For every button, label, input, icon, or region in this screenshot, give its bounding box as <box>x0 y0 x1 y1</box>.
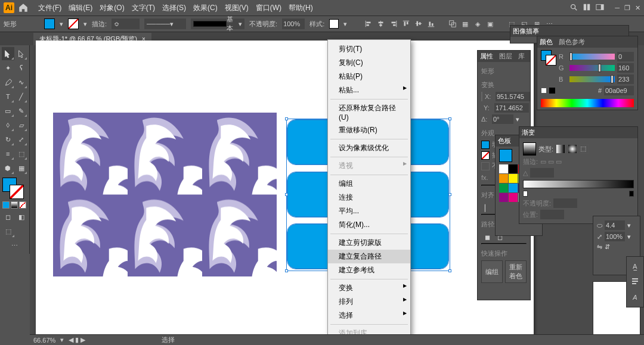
arrange-icon[interactable] <box>583 3 591 13</box>
magic-wand-tool[interactable]: ✦ <box>2 61 14 74</box>
unite[interactable] <box>447 18 459 30</box>
paintbrush-tool[interactable]: ✎ <box>16 104 28 117</box>
fill-swatch[interactable] <box>44 18 55 29</box>
ctx-paste[interactable]: 粘贴(P) <box>328 70 410 83</box>
align-left[interactable] <box>363 18 374 30</box>
color-spectrum[interactable] <box>541 99 634 107</box>
ctx-group[interactable]: 编组 <box>328 177 410 191</box>
ctx-transform[interactable]: 变换 <box>328 281 410 295</box>
menu-effect[interactable]: 效果(C) <box>190 1 221 15</box>
opacity-box[interactable] <box>481 162 490 170</box>
ctx-make-clip-mask[interactable]: 建立剪切蒙版 <box>328 236 410 250</box>
align-hcenter[interactable] <box>375 18 387 30</box>
corner-radius-input[interactable] <box>605 220 625 230</box>
lib-tab[interactable]: 库 <box>518 52 525 61</box>
flip-v-icon[interactable]: ⇵ <box>605 243 610 251</box>
stroke-weight-input[interactable]: ≎ <box>112 18 140 29</box>
align-vcenter[interactable] <box>413 18 425 30</box>
window-close[interactable]: ✕ <box>635 4 640 12</box>
ctx-simplify[interactable]: 简化(M)... <box>328 218 410 232</box>
ctx-make-compound-path[interactable]: 建立复合路径 <box>328 250 410 263</box>
r-slider[interactable] <box>569 54 615 60</box>
swatch-item[interactable] <box>509 193 518 202</box>
gradient-preview[interactable] <box>523 142 536 156</box>
pen-tool[interactable] <box>2 76 14 89</box>
ctx-select[interactable]: 选择 <box>328 309 410 322</box>
gradient-ramp[interactable] <box>523 180 634 188</box>
reference-point[interactable] <box>481 92 482 101</box>
stroke-profile[interactable]: ───── ▾ <box>144 18 186 29</box>
ctx-undo[interactable]: 还原释放复合路径(U) <box>328 101 410 123</box>
radial-gradient[interactable] <box>568 144 577 154</box>
shaper-tool[interactable]: ◊ <box>2 119 14 132</box>
free-transform-tool[interactable]: ⬚ <box>16 147 28 160</box>
swatch-item[interactable] <box>499 174 508 183</box>
swatch-item[interactable] <box>509 184 518 192</box>
r-input[interactable] <box>617 52 634 61</box>
x-input[interactable] <box>496 92 530 101</box>
b-slider[interactable] <box>569 76 615 82</box>
draw-normal[interactable]: ◻ <box>2 210 14 223</box>
search-icon[interactable] <box>569 3 578 13</box>
line-tool[interactable]: ╱ <box>16 90 28 103</box>
fill-stroke-indicator[interactable] <box>1 178 29 199</box>
window-minimize[interactable]: ─ <box>615 4 620 11</box>
scale-input[interactable] <box>605 232 625 241</box>
ctx-copy[interactable]: 复制(C) <box>328 56 410 70</box>
menu-window[interactable]: 窗口(W) <box>252 1 285 15</box>
menu-object[interactable]: 对象(O) <box>96 1 128 15</box>
lasso-tool[interactable]: ʕ <box>16 61 28 74</box>
glyphs-panel-icon[interactable]: A <box>628 290 642 304</box>
screen-mode[interactable]: ⬚ <box>2 225 15 238</box>
ctx-make-guides[interactable]: 建立参考线 <box>328 263 410 277</box>
menu-edit[interactable]: 编辑(E) <box>65 1 96 15</box>
home-icon[interactable] <box>18 2 29 13</box>
graphic-style[interactable] <box>329 19 339 29</box>
swatch-item[interactable] <box>499 184 508 192</box>
color-mode[interactable] <box>2 201 10 209</box>
paragraph-panel-icon[interactable] <box>628 275 642 289</box>
pf-unite[interactable]: ◼ <box>481 231 493 243</box>
align-top[interactable] <box>400 18 412 30</box>
g-slider[interactable] <box>569 65 615 71</box>
workspace-icon[interactable] <box>596 3 604 13</box>
ctx-redo[interactable]: 重做移动(R) <box>328 123 410 137</box>
shape-builder-tool[interactable]: ⬢ <box>2 161 14 175</box>
pattern-artwork[interactable] <box>53 113 277 276</box>
swatch-item[interactable] <box>509 174 518 183</box>
align-l2[interactable]: ▏ <box>481 202 493 214</box>
align-right[interactable] <box>388 18 400 30</box>
type-tool[interactable]: T <box>2 90 14 103</box>
minus-front[interactable]: ▦ <box>459 18 471 30</box>
ctx-arrange[interactable]: 排列 <box>328 295 410 309</box>
eraser-tool[interactable]: ▱ <box>16 119 28 132</box>
swatch-item[interactable] <box>509 164 518 173</box>
chevron-down-icon[interactable]: ▾ <box>83 20 87 28</box>
edit-toolbar[interactable]: ⋯ <box>2 239 27 252</box>
swatches-tab[interactable]: 色板 <box>498 136 511 145</box>
draw-behind[interactable]: ◧ <box>16 210 28 223</box>
flip-h-icon[interactable]: ⇋ <box>597 243 602 251</box>
gradient-stop-2[interactable] <box>629 191 634 197</box>
gradient-stop-1[interactable] <box>523 191 528 197</box>
swatch-item[interactable] <box>499 164 508 173</box>
ctx-paste-sub[interactable]: 粘贴... <box>328 83 410 97</box>
color-tab[interactable]: 颜色 <box>540 38 553 46</box>
props-tab[interactable]: 属性 <box>480 52 493 61</box>
gradient-tab[interactable]: 渐变 <box>522 128 535 137</box>
angle-input[interactable] <box>492 114 513 124</box>
image-trace-tab[interactable]: 图像描摹 <box>513 27 539 36</box>
rotate-tool[interactable]: ↻ <box>2 133 14 146</box>
recolor-button[interactable]: 重新着色 <box>505 260 527 283</box>
none-mode[interactable] <box>19 201 26 209</box>
ctx-pixel-perfect[interactable]: 设为像素级优化 <box>328 141 410 155</box>
rectangle-tool[interactable]: ▭ <box>2 104 14 117</box>
curvature-tool[interactable]: ∿ <box>16 76 28 89</box>
stroke-color[interactable] <box>481 151 490 160</box>
linear-gradient[interactable] <box>556 144 565 154</box>
y-input[interactable] <box>494 103 529 113</box>
opacity-input[interactable] <box>282 18 305 29</box>
menu-view[interactable]: 视图(V) <box>221 1 252 15</box>
ctx-cut[interactable]: 剪切(T) <box>328 42 410 56</box>
b-input[interactable] <box>617 74 634 84</box>
